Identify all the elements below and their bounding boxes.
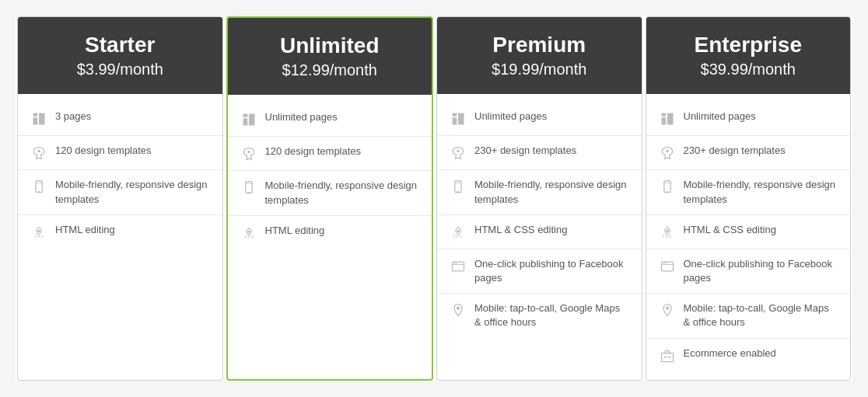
feature-text: 120 design templates (55, 144, 152, 158)
svg-rect-42 (661, 353, 673, 361)
feature-item: HTML editing (18, 215, 222, 249)
html-icon (240, 225, 257, 242)
svg-rect-29 (661, 113, 666, 117)
svg-rect-30 (661, 118, 666, 125)
feature-item: One-click publishing to Facebook pages (646, 249, 851, 294)
plan-name-starter: Starter (30, 33, 211, 57)
pages-icon (450, 110, 467, 127)
mobile-icon (450, 179, 467, 196)
plan-card-enterprise: Enterprise$39.99/month Unlimited pages 2… (646, 16, 852, 380)
plan-name-premium: Premium (449, 33, 630, 57)
feature-text: 230+ design templates (474, 144, 576, 158)
svg-rect-16 (453, 113, 457, 117)
feature-item: 3 pages (18, 102, 222, 136)
facebook-icon (659, 258, 676, 275)
feature-item: One-click publishing to Facebook pages (437, 249, 642, 294)
feature-text: Mobile: tap-to-call, Google Maps & offic… (474, 301, 629, 329)
svg-rect-0 (33, 113, 38, 117)
pages-icon (240, 111, 257, 128)
svg-point-15 (247, 230, 250, 232)
svg-point-26 (454, 263, 456, 264)
templates-icon (240, 145, 257, 162)
feature-item: HTML & CSS editing (646, 215, 851, 249)
pages-icon (659, 110, 676, 127)
feature-item: HTML & CSS editing (437, 215, 642, 249)
feature-item: Unlimited pages (437, 102, 642, 136)
svg-point-40 (665, 263, 667, 264)
svg-point-11 (247, 151, 250, 153)
svg-rect-10 (249, 114, 255, 126)
mobile-icon (240, 179, 257, 197)
feature-item: Mobile-friendly, responsive design templ… (228, 171, 432, 215)
svg-rect-8 (243, 114, 247, 117)
feature-item: 230+ design templates (437, 136, 642, 170)
feature-text: One-click publishing to Facebook pages (474, 257, 629, 285)
plan-features-starter: 3 pages 120 design templates Mobile-frie… (18, 94, 222, 256)
html-icon (30, 224, 47, 241)
facebook-icon (450, 258, 467, 275)
feature-text: 3 pages (55, 110, 91, 124)
feature-item: Unlimited pages (228, 103, 432, 137)
svg-point-43 (664, 356, 667, 358)
feature-text: 120 design templates (265, 145, 362, 158)
pricing-table: Starter$3.99/month 3 pages 120 design te… (16, 16, 852, 380)
feature-text: Unlimited pages (684, 110, 756, 124)
svg-rect-24 (453, 262, 464, 271)
svg-rect-9 (243, 119, 247, 126)
feature-text: Mobile: tap-to-call, Google Maps & offic… (684, 301, 838, 329)
plan-features-premium: Unlimited pages 230+ design templates Mo… (437, 94, 642, 345)
feature-text: Unlimited pages (474, 110, 547, 124)
feature-item: Mobile: tap-to-call, Google Maps & offic… (437, 294, 642, 337)
svg-point-27 (457, 263, 458, 264)
feature-item: Ecommerce enabled (646, 339, 851, 372)
plan-price-premium: $19.99/month (449, 61, 630, 78)
css-icon (450, 224, 467, 241)
svg-point-39 (663, 263, 665, 264)
feature-text: HTML editing (55, 223, 115, 237)
feature-text: HTML editing (265, 224, 325, 238)
svg-point-3 (37, 150, 40, 152)
svg-rect-31 (667, 113, 674, 125)
svg-point-44 (668, 356, 670, 358)
feature-text: One-click publishing to Facebook pages (684, 257, 838, 285)
feature-item: Unlimited pages (646, 102, 851, 136)
pages-icon (30, 110, 47, 127)
feature-item: Mobile-friendly, responsive design templ… (437, 170, 642, 214)
svg-rect-18 (458, 113, 464, 125)
ecommerce-icon (659, 347, 676, 364)
feature-text: Mobile-friendly, responsive design templ… (474, 178, 629, 206)
svg-point-7 (37, 229, 40, 232)
svg-rect-2 (39, 113, 45, 125)
css-icon (659, 224, 676, 241)
plan-price-starter: $3.99/month (30, 61, 211, 78)
templates-icon (450, 145, 467, 162)
feature-item: Mobile-friendly, responsive design templ… (646, 170, 851, 214)
plan-name-unlimited: Unlimited (240, 33, 421, 58)
feature-item: Mobile-friendly, responsive design templ… (18, 170, 222, 214)
feature-text: Mobile-friendly, responsive design templ… (684, 178, 838, 206)
svg-point-41 (665, 307, 668, 310)
svg-point-36 (666, 229, 668, 232)
location-icon (659, 302, 676, 319)
plan-features-enterprise: Unlimited pages 230+ design templates Mo… (646, 94, 851, 379)
location-icon (450, 302, 467, 319)
plan-header-premium: Premium$19.99/month (437, 17, 642, 94)
feature-item: 230+ design templates (646, 136, 851, 170)
feature-item: HTML editing (228, 216, 432, 249)
plan-price-unlimited: $12.99/month (240, 61, 421, 79)
svg-point-23 (457, 229, 459, 232)
feature-item: 120 design templates (18, 136, 222, 170)
feature-item: Mobile: tap-to-call, Google Maps & offic… (646, 294, 851, 338)
feature-text: Mobile-friendly, responsive design templ… (265, 179, 420, 207)
feature-item: 120 design templates (228, 137, 432, 171)
feature-text: Ecommerce enabled (684, 347, 776, 360)
plan-header-starter: Starter$3.99/month (18, 17, 222, 94)
plan-card-unlimited: Unlimited$12.99/month Unlimited pages 12… (226, 16, 434, 380)
svg-rect-1 (33, 118, 38, 125)
templates-icon (30, 145, 47, 162)
plan-price-enterprise: $39.99/month (658, 61, 839, 78)
plan-card-starter: Starter$3.99/month 3 pages 120 design te… (17, 16, 223, 380)
templates-icon (659, 145, 676, 162)
svg-point-28 (457, 307, 460, 310)
mobile-icon (659, 179, 676, 196)
